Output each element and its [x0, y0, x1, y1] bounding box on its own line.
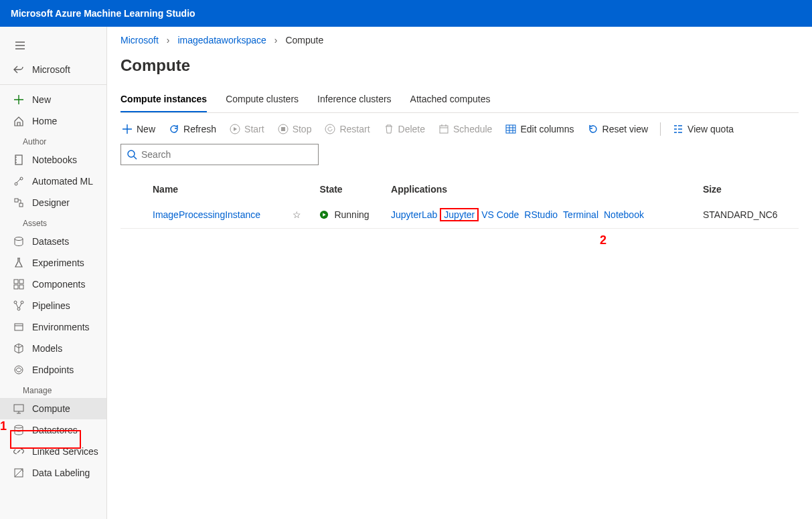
svg-rect-15	[14, 405, 23, 411]
svg-rect-22	[440, 126, 448, 133]
svg-rect-23	[506, 125, 515, 133]
linked-icon	[13, 446, 24, 457]
annotation-2: 2	[600, 233, 606, 247]
instance-link[interactable]: ImageProcessingInstance	[153, 209, 260, 220]
columns-icon	[505, 124, 516, 134]
tabs: Compute instances Compute clusters Infer…	[120, 87, 799, 113]
sidebar-item-environments[interactable]: Environments	[0, 316, 106, 338]
sidebar-item-datastores[interactable]: Datastores	[0, 419, 106, 441]
tab-compute-clusters[interactable]: Compute clusters	[226, 87, 299, 112]
plus-icon	[122, 124, 133, 134]
annotation-1: 1	[0, 419, 7, 433]
view-quota-button[interactable]: View quota	[671, 121, 735, 137]
sidebar-item-compute[interactable]: Compute	[0, 398, 106, 419]
delete-button[interactable]: Delete	[382, 121, 426, 137]
chevron-right-icon: ›	[274, 35, 278, 45]
sidebar-item-experiments[interactable]: Experiments	[0, 252, 106, 274]
sidebar-item-label: Home	[32, 116, 57, 126]
app-vscode[interactable]: VS Code	[481, 209, 519, 220]
tab-inference-clusters[interactable]: Inference clusters	[317, 87, 392, 112]
sidebar-item-designer[interactable]: Designer	[0, 192, 106, 213]
sidebar-item-datasets[interactable]: Datasets	[0, 231, 106, 252]
toolbar: New Refresh Start Stop Restart Delete	[120, 121, 799, 137]
svg-point-11	[21, 301, 23, 304]
hamburger-menu[interactable]	[0, 32, 106, 59]
sidebar: Microsoft New Home Author Notebooks Auto…	[0, 27, 107, 519]
app-jupyter[interactable]: Jupyter	[444, 209, 475, 220]
page-title: Compute	[120, 56, 799, 75]
compute-icon	[13, 403, 24, 414]
sidebar-item-notebooks[interactable]: Notebooks	[0, 149, 106, 171]
sidebar-section-author: Author	[0, 132, 106, 149]
sidebar-item-label: Pipelines	[32, 300, 70, 311]
state-text: Running	[334, 209, 369, 220]
flask-icon	[13, 257, 24, 268]
sidebar-item-new[interactable]: New	[0, 89, 106, 110]
col-applications[interactable]: Applications	[386, 177, 698, 201]
stop-button[interactable]: Stop	[276, 121, 313, 137]
sidebar-item-label: Endpoints	[32, 365, 74, 375]
sidebar-item-label: Linked Services	[32, 446, 98, 457]
sidebar-item-linked[interactable]: Linked Services	[0, 441, 106, 462]
refresh-button[interactable]: Refresh	[167, 121, 218, 137]
sidebar-item-models[interactable]: Models	[0, 338, 106, 359]
svg-point-1	[15, 183, 17, 185]
designer-icon	[13, 197, 24, 208]
sidebar-item-endpoints[interactable]: Endpoints	[0, 359, 106, 381]
models-icon	[13, 343, 24, 354]
sidebar-item-home[interactable]: Home	[0, 110, 106, 132]
search-box[interactable]	[120, 144, 319, 165]
sidebar-item-label: Automated ML	[32, 176, 93, 187]
sidebar-item-pipelines[interactable]: Pipelines	[0, 295, 106, 316]
svg-rect-4	[19, 203, 23, 207]
sidebar-back[interactable]: Microsoft	[0, 59, 106, 80]
app-terminal[interactable]: Terminal	[563, 209, 598, 220]
sidebar-item-label: Models	[32, 343, 62, 354]
header-bar: Microsoft Azure Machine Learning Studio	[0, 0, 812, 27]
reset-view-button[interactable]: Reset view	[586, 121, 649, 137]
edit-columns-button[interactable]: Edit columns	[504, 121, 575, 137]
breadcrumb-current: Compute	[285, 35, 323, 45]
sidebar-item-datalabeling[interactable]: Data Labeling	[0, 462, 106, 484]
breadcrumb-root[interactable]: Microsoft	[120, 35, 159, 45]
datastores-icon	[13, 425, 24, 435]
sidebar-item-label: Designer	[32, 197, 70, 208]
svg-point-5	[15, 237, 23, 241]
app-rstudio[interactable]: RStudio	[524, 209, 558, 220]
toolbar-separator	[660, 122, 661, 136]
app-title: Microsoft Azure Machine Learning Studio	[11, 8, 195, 19]
sidebar-back-label: Microsoft	[32, 64, 70, 75]
schedule-button[interactable]: Schedule	[437, 121, 493, 137]
svg-point-24	[128, 150, 135, 157]
app-jupyterlab[interactable]: JupyterLab	[391, 209, 437, 220]
search-input[interactable]	[141, 149, 313, 160]
sidebar-item-automl[interactable]: Automated ML	[0, 171, 106, 192]
restart-button[interactable]: Restart	[323, 121, 371, 137]
tab-compute-instances[interactable]: Compute instances	[120, 87, 207, 112]
app-notebook[interactable]: Notebook	[604, 209, 644, 220]
svg-rect-8	[14, 285, 18, 289]
table-row[interactable]: ImageProcessingInstance ☆ Running Jupyte…	[120, 201, 799, 229]
col-state[interactable]: State	[314, 177, 386, 201]
svg-rect-7	[19, 280, 23, 284]
sidebar-item-components[interactable]: Components	[0, 274, 106, 295]
sidebar-item-label: Notebooks	[32, 154, 77, 165]
new-button[interactable]: New	[120, 121, 157, 137]
breadcrumb-workspace[interactable]: imagedataworkspace	[177, 35, 266, 45]
svg-rect-13	[15, 324, 23, 330]
star-icon[interactable]: ☆	[293, 209, 301, 220]
col-name[interactable]: Name	[147, 177, 287, 201]
sidebar-item-label: Compute	[32, 403, 70, 414]
refresh-icon	[169, 124, 179, 134]
svg-rect-3	[15, 199, 18, 202]
content-area: Microsoft › imagedataworkspace › Compute…	[107, 27, 812, 519]
tab-attached-computes[interactable]: Attached computes	[410, 87, 491, 112]
automl-icon	[13, 176, 24, 187]
datasets-icon	[13, 236, 24, 247]
start-button[interactable]: Start	[228, 121, 266, 137]
col-size[interactable]: Size	[698, 177, 799, 201]
play-icon	[230, 124, 240, 134]
pipelines-icon	[13, 300, 24, 311]
restart-icon	[325, 124, 335, 134]
environments-icon	[13, 322, 24, 332]
